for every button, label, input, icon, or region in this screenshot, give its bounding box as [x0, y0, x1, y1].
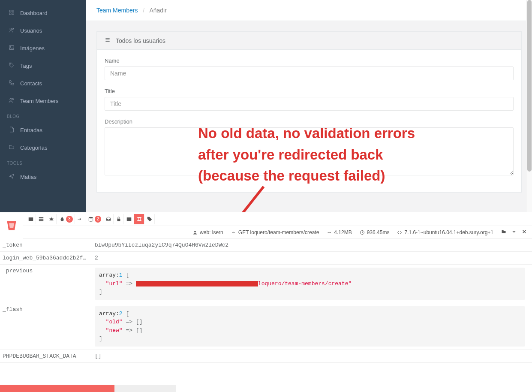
sidebar-item-label: Contacts	[20, 80, 42, 87]
users-icon	[8, 27, 15, 34]
sidebar-item-label: Tags	[20, 63, 32, 69]
description-label: Description	[105, 118, 514, 125]
title-input[interactable]	[105, 97, 514, 111]
svg-rect-26	[117, 218, 120, 221]
sidebar: Dashboard Usuarios Imágenes Tags Contact…	[0, 0, 86, 212]
debugbar-tab-session[interactable]	[134, 214, 144, 224]
debugbar-logo-icon	[0, 212, 23, 239]
svg-point-5	[12, 28, 14, 30]
sidebar-item-imagenes[interactable]: Imágenes	[0, 39, 86, 57]
users-icon	[8, 97, 15, 105]
debugbar-progress	[0, 385, 176, 392]
session-row-stack: PHPDEBUGBAR_STACK_DATA []	[0, 350, 532, 363]
svg-rect-0	[9, 10, 11, 12]
svg-rect-18	[39, 220, 43, 221]
svg-rect-3	[12, 13, 14, 15]
svg-point-8	[10, 63, 11, 64]
session-row-token: _token blwUpu9bYiIczluqa2yiC9q74QuO4H6Vw…	[0, 239, 532, 252]
folder-icon	[8, 144, 15, 151]
status-request: GET loquero/team-members/create	[228, 229, 322, 235]
svg-point-29	[328, 232, 329, 233]
debugbar-tab-route[interactable]	[75, 214, 85, 224]
panel-heading: Todos los usuarios	[97, 32, 521, 50]
debugbar-body: _token blwUpu9bYiIczluqa2yiC9q74QuO4H6Vw…	[0, 239, 532, 392]
sidebar-item-entradas[interactable]: Entradas	[0, 121, 86, 139]
title-label: Title	[105, 88, 514, 94]
svg-line-22	[52, 218, 53, 218]
redacted-bar	[136, 281, 258, 286]
svg-rect-1	[12, 10, 14, 12]
panel-title: Todos los usuarios	[116, 37, 165, 44]
debugbar-tab-views[interactable]: 3	[57, 214, 75, 224]
sidebar-item-tags[interactable]: Tags	[0, 57, 86, 75]
main-content: Team Members / Añadir Todos los usuarios…	[86, 0, 532, 212]
scrollbar-thumb[interactable]	[527, 0, 532, 172]
status-memory: 4.12MB	[324, 229, 354, 235]
sidebar-heading-blog: BLOG	[0, 110, 86, 121]
code-block: array:2 [ "old" => [] "new" => [] ]	[95, 306, 525, 347]
svg-point-30	[330, 232, 331, 233]
debugbar-tab-mails[interactable]	[103, 214, 114, 224]
sidebar-item-label: Imágenes	[20, 45, 45, 51]
chevron-down-icon[interactable]	[511, 229, 517, 235]
debugbar: 3 2 web: isern GET loquero/team-members/…	[0, 212, 532, 392]
code-block: array:1 [ "url" => loquero/team-members/…	[95, 268, 525, 300]
sidebar-item-matias[interactable]: Matias	[0, 168, 86, 186]
svg-line-23	[49, 220, 50, 220]
status-time: 936.45ms	[357, 229, 392, 235]
sidebar-item-label: Dashboard	[20, 10, 48, 16]
svg-point-25	[89, 217, 93, 218]
svg-point-28	[194, 231, 196, 232]
sidebar-item-label: Matias	[20, 174, 36, 180]
sidebar-item-usuarios[interactable]: Usuarios	[0, 22, 86, 39]
sidebar-item-dashboard[interactable]: Dashboard	[0, 4, 86, 22]
plane-icon	[8, 173, 15, 181]
debugbar-tab-request[interactable]	[124, 214, 134, 224]
svg-rect-27	[126, 217, 131, 220]
name-input[interactable]	[105, 66, 514, 80]
status-user: web: isern	[190, 229, 226, 235]
debugbar-tab-gate[interactable]	[114, 214, 124, 224]
sidebar-item-label: Categorías	[20, 145, 48, 151]
sidebar-item-categorias[interactable]: Categorías	[0, 139, 86, 157]
folder-icon[interactable]	[501, 229, 506, 235]
session-row-previous: _previous array:1 [ "url" => loquero/tea…	[0, 265, 532, 303]
breadcrumb-separator: /	[139, 7, 148, 14]
svg-rect-17	[39, 218, 43, 219]
phone-icon	[8, 80, 15, 87]
svg-rect-2	[9, 13, 11, 15]
svg-point-9	[10, 98, 12, 100]
panel: Todos los usuarios Name Title Descriptio…	[96, 31, 522, 193]
breadcrumb-root[interactable]: Team Members	[96, 7, 138, 14]
sidebar-item-team-members[interactable]: Team Members	[0, 92, 86, 110]
svg-rect-6	[9, 45, 14, 49]
debugbar-tab-queries[interactable]: 2	[85, 214, 104, 224]
breadcrumb: Team Members / Añadir	[86, 0, 532, 21]
debugbar-tab-timeline[interactable]	[36, 214, 46, 224]
close-icon[interactable]	[522, 229, 527, 235]
debugbar-tab-models[interactable]	[144, 214, 155, 224]
scrollbar[interactable]	[526, 0, 532, 212]
tag-icon	[8, 62, 15, 69]
svg-rect-15	[28, 217, 33, 220]
sidebar-item-label: Entradas	[20, 127, 42, 133]
dashboard-icon	[8, 9, 15, 17]
sidebar-item-label: Team Members	[20, 98, 59, 104]
session-row-flash: _flash array:2 [ "old" => [] "new" => []…	[0, 303, 532, 350]
sidebar-item-contacts[interactable]: Contacts	[0, 75, 86, 92]
svg-point-7	[10, 46, 11, 47]
file-icon	[8, 127, 15, 134]
debugbar-tab-messages[interactable]	[26, 214, 36, 224]
session-row-login: login_web_59ba36addc2b2f… 2	[0, 252, 532, 265]
sidebar-item-label: Usuarios	[20, 27, 42, 34]
badge: 3	[66, 216, 73, 223]
svg-rect-16	[39, 217, 43, 218]
description-textarea[interactable]	[105, 127, 514, 175]
debugbar-tab-exceptions[interactable]	[46, 214, 57, 224]
debugbar-status: web: isern GET loquero/team-members/crea…	[0, 226, 532, 239]
status-php: 7.1.6-1~ubuntu16.04.1+deb.sury.org+1	[394, 229, 496, 235]
svg-line-24	[52, 220, 53, 220]
badge: 2	[95, 216, 102, 223]
breadcrumb-current: Añadir	[149, 7, 166, 14]
image-icon	[8, 45, 15, 52]
